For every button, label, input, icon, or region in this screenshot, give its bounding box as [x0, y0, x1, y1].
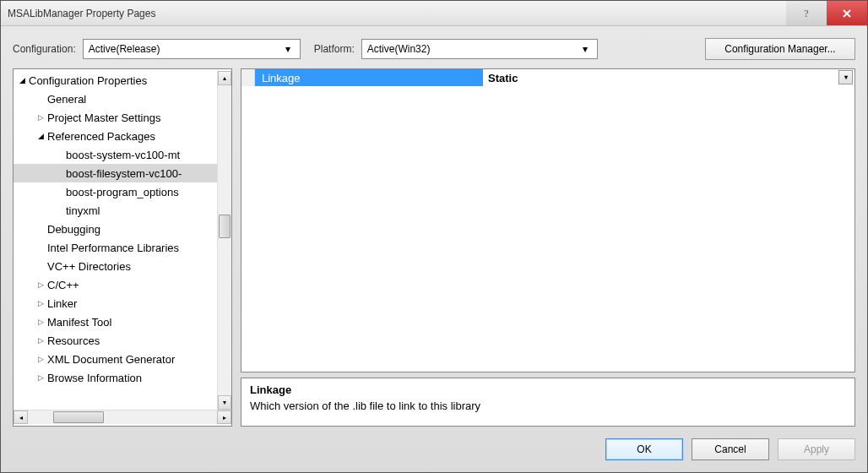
tree-item-general[interactable]: General — [14, 90, 217, 108]
configuration-label: Configuration: — [13, 43, 76, 55]
property-gutter — [241, 69, 255, 86]
help-button[interactable]: ? — [786, 1, 827, 25]
expander-open-icon[interactable]: ◢ — [35, 132, 46, 140]
apply-button[interactable]: Apply — [778, 438, 855, 460]
expander-closed-icon[interactable]: ▷ — [35, 355, 46, 363]
titlebar[interactable]: MSALibManager Property Pages ? — [1, 1, 867, 26]
property-value-cell[interactable]: Static ▾ — [483, 69, 854, 86]
window-title: MSALibManager Property Pages — [8, 8, 786, 19]
expander-closed-icon[interactable]: ▷ — [35, 299, 46, 307]
expander-open-icon[interactable]: ◢ — [17, 76, 27, 84]
tree-item-boost-system[interactable]: boost-system-vc100-mt — [14, 145, 217, 164]
tree-item-debugging[interactable]: Debugging — [14, 220, 217, 238]
description-panel: Linkage Which version of the .lib file t… — [241, 378, 855, 427]
horizontal-scroll-thumb[interactable] — [53, 411, 104, 423]
configuration-manager-button[interactable]: Configuration Manager... — [705, 38, 855, 60]
content-area: Configuration: Active(Release) ▾ Platfor… — [1, 26, 867, 472]
titlebar-buttons: ? — [786, 1, 867, 25]
tree-item-configuration-properties[interactable]: ◢Configuration Properties — [14, 71, 217, 90]
tree-item-intel-perf-libs[interactable]: Intel Performance Libraries — [14, 238, 217, 257]
expander-closed-icon[interactable]: ▷ — [35, 373, 46, 382]
tree-item-project-master-settings[interactable]: ▷Project Master Settings — [14, 108, 217, 127]
tree-horizontal-scrollbar[interactable]: ◂ ▸ — [14, 410, 231, 424]
tree-items: ◢Configuration Properties General ▷Proje… — [14, 71, 217, 410]
chevron-down-icon: ▾ — [281, 43, 295, 55]
dialog-button-bar: OK Cancel Apply — [13, 435, 855, 460]
description-title: Linkage — [250, 383, 846, 396]
configuration-dropdown[interactable]: Active(Release) ▾ — [83, 39, 301, 59]
property-dropdown-button[interactable]: ▾ — [838, 70, 853, 84]
tree-vertical-scrollbar[interactable]: ▴ ▾ — [217, 71, 231, 410]
expander-closed-icon[interactable]: ▷ — [35, 318, 46, 326]
svg-text:?: ? — [804, 8, 808, 19]
tree-panel: ◢Configuration Properties General ▷Proje… — [13, 68, 232, 427]
tree-item-referenced-packages[interactable]: ◢Referenced Packages — [14, 127, 217, 145]
expander-closed-icon[interactable]: ▷ — [35, 280, 46, 289]
main-panels: ◢Configuration Properties General ▷Proje… — [13, 68, 855, 427]
tree-item-manifest-tool[interactable]: ▷Manifest Tool — [14, 313, 217, 331]
property-grid: Linkage Static ▾ — [241, 68, 855, 372]
tree-item-vcpp-directories[interactable]: VC++ Directories — [14, 257, 217, 275]
platform-label: Platform: — [314, 43, 355, 55]
scroll-down-button[interactable]: ▾ — [218, 395, 231, 410]
property-name-cell[interactable]: Linkage — [255, 69, 483, 86]
cancel-button[interactable]: Cancel — [692, 438, 769, 460]
config-bar: Configuration: Active(Release) ▾ Platfor… — [13, 38, 855, 60]
dialog-window: MSALibManager Property Pages ? Configura… — [0, 0, 868, 473]
tree-item-tinyxml[interactable]: tinyxml — [14, 201, 217, 220]
platform-value: Active(Win32) — [367, 43, 578, 55]
horizontal-scroll-track[interactable] — [28, 410, 217, 424]
property-value-text: Static — [488, 72, 518, 84]
chevron-down-icon: ▾ — [578, 43, 592, 55]
tree-item-linker[interactable]: ▷Linker — [14, 294, 217, 313]
right-panel: Linkage Static ▾ Linkage Which version o… — [241, 68, 855, 427]
help-icon: ? — [800, 8, 812, 19]
scroll-left-button[interactable]: ◂ — [14, 410, 28, 424]
tree-item-xml-doc-gen[interactable]: ▷XML Document Generator — [14, 350, 217, 368]
tree-item-boost-filesystem[interactable]: boost-filesystem-vc100- — [14, 164, 217, 182]
ok-button[interactable]: OK — [605, 438, 683, 460]
platform-dropdown[interactable]: Active(Win32) ▾ — [361, 39, 598, 59]
close-icon — [842, 8, 852, 19]
property-row-linkage[interactable]: Linkage Static ▾ — [241, 69, 854, 86]
expander-closed-icon[interactable]: ▷ — [35, 336, 46, 345]
tree-scroll-area: ◢Configuration Properties General ▷Proje… — [14, 71, 231, 410]
vertical-scroll-thumb[interactable] — [219, 215, 231, 238]
scroll-up-button[interactable]: ▴ — [218, 71, 231, 85]
tree-item-browse-information[interactable]: ▷Browse Information — [14, 368, 217, 387]
tree-item-resources[interactable]: ▷Resources — [14, 331, 217, 350]
close-button[interactable] — [827, 1, 867, 25]
configuration-value: Active(Release) — [89, 43, 281, 55]
description-text: Which version of the .lib file to link t… — [250, 400, 846, 412]
tree-item-c-cpp[interactable]: ▷C/C++ — [14, 275, 217, 294]
scroll-right-button[interactable]: ▸ — [217, 410, 231, 424]
expander-closed-icon[interactable]: ▷ — [35, 113, 46, 122]
tree-item-boost-program-options[interactable]: boost-program_options — [14, 182, 217, 201]
